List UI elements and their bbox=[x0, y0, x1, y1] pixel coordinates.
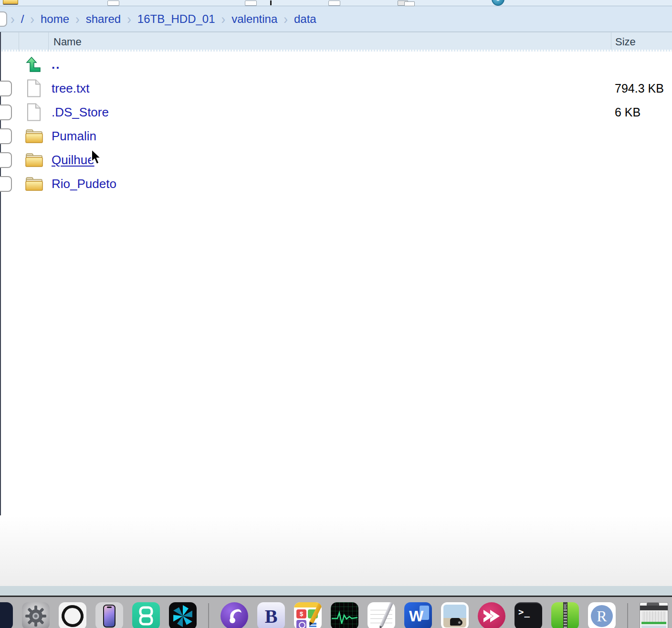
up-directory-icon bbox=[26, 56, 42, 73]
folder-icon bbox=[25, 128, 43, 144]
dock-divider bbox=[208, 603, 209, 628]
table-row-file[interactable]: tree.txt 794.3 KB bbox=[0, 76, 672, 100]
dock-planner-app-icon[interactable]: $ bbox=[294, 602, 322, 628]
breadcrumb-item-root[interactable]: / bbox=[21, 12, 24, 26]
toolbar-divider bbox=[270, 0, 272, 5]
dock-textedit-icon[interactable] bbox=[368, 602, 395, 628]
breadcrumb-item-valentina[interactable]: valentina bbox=[231, 12, 277, 26]
dock-iphone-mirroring-icon[interactable] bbox=[95, 602, 123, 628]
dock-activity-app-icon[interactable] bbox=[331, 602, 358, 628]
row-checkbox[interactable] bbox=[0, 176, 12, 192]
updir-link[interactable]: .. bbox=[52, 57, 60, 72]
dock-word-icon[interactable]: W bbox=[404, 602, 432, 628]
dock-rstudio-icon[interactable]: R bbox=[588, 602, 616, 628]
file-icon bbox=[27, 79, 41, 97]
chevron-separator-icon: › bbox=[30, 12, 34, 26]
row-checkbox[interactable] bbox=[0, 105, 12, 120]
toolbar-button-icon[interactable] bbox=[245, 0, 257, 6]
dock-terminal-icon[interactable]: >_ bbox=[514, 602, 542, 628]
file-link[interactable]: tree.txt bbox=[52, 81, 89, 95]
chevron-separator-icon: › bbox=[284, 12, 288, 26]
file-table: .. tree.txt 794.3 KB .DS_Store 6 KB bbox=[0, 52, 672, 196]
toolbar-button-icon[interactable] bbox=[107, 0, 119, 6]
dock-divider bbox=[627, 603, 628, 628]
file-link[interactable]: .DS_Store bbox=[52, 105, 109, 119]
chevron-separator-icon: › bbox=[10, 12, 15, 26]
dock-layers-app-icon[interactable] bbox=[132, 602, 160, 628]
toolbar-strip bbox=[0, 0, 672, 6]
header-checkbox-column bbox=[0, 32, 19, 52]
table-row-folder[interactable]: Pumalin bbox=[0, 124, 672, 148]
dock-preview-icon[interactable] bbox=[441, 602, 469, 628]
dock-purple-app-icon[interactable] bbox=[220, 602, 248, 628]
file-icon bbox=[27, 103, 41, 121]
toolbar-paste-icon[interactable] bbox=[398, 0, 417, 6]
table-row-folder[interactable]: Rio_Pudeto bbox=[0, 172, 672, 196]
file-size: 794.3 KB bbox=[611, 82, 672, 95]
toolbar-folder-icon[interactable] bbox=[3, 0, 18, 5]
folder-link[interactable]: Pumalin bbox=[52, 129, 96, 143]
table-row-updir[interactable]: .. bbox=[0, 52, 672, 76]
folder-icon bbox=[25, 176, 43, 191]
header-icon-column bbox=[19, 32, 49, 52]
dock-bbedit-icon[interactable]: B bbox=[257, 602, 285, 628]
mouse-cursor-icon bbox=[91, 149, 103, 168]
dock: B $ W bbox=[0, 597, 672, 628]
folder-icon bbox=[25, 152, 43, 167]
row-checkbox[interactable] bbox=[0, 128, 12, 144]
file-table-header: Name Size bbox=[0, 32, 672, 52]
table-row-file[interactable]: .DS_Store 6 KB bbox=[0, 100, 672, 124]
dock-chatgpt-icon[interactable] bbox=[59, 602, 86, 628]
dock-system-settings-icon[interactable] bbox=[22, 602, 50, 628]
breadcrumb-item-data[interactable]: data bbox=[294, 12, 316, 26]
dock-pinwheel-app-icon[interactable] bbox=[169, 602, 197, 628]
dock-minimized-document-icon[interactable] bbox=[640, 602, 668, 628]
breadcrumb-item-shared[interactable]: shared bbox=[86, 12, 121, 26]
folder-link[interactable]: Rio_Pudeto bbox=[52, 177, 116, 191]
chevron-separator-icon: › bbox=[127, 12, 131, 26]
file-size: 6 KB bbox=[611, 105, 672, 119]
header-size[interactable]: Size bbox=[611, 32, 672, 52]
breadcrumb-item-home[interactable]: home bbox=[41, 12, 69, 26]
dock-app-icon-partial[interactable] bbox=[0, 602, 13, 628]
chevron-separator-icon: › bbox=[221, 12, 226, 26]
content-bottom-fade bbox=[0, 515, 672, 586]
window-status-band bbox=[0, 586, 672, 596]
folder-link-hovered[interactable]: Quilhue bbox=[52, 153, 94, 167]
header-name[interactable]: Name bbox=[49, 32, 611, 52]
dock-unarchiver-icon[interactable] bbox=[551, 602, 579, 628]
toolbar-gear-icon[interactable] bbox=[492, 0, 504, 6]
breadcrumb-home-button[interactable] bbox=[0, 11, 7, 27]
breadcrumb-item-16tb-hdd-01[interactable]: 16TB_HDD_01 bbox=[137, 12, 215, 26]
chevron-separator-icon: › bbox=[75, 12, 80, 26]
row-checkbox[interactable] bbox=[0, 152, 12, 168]
row-checkbox[interactable] bbox=[0, 81, 12, 96]
breadcrumb: › / › home › shared › 16TB_HDD_01 › vale… bbox=[0, 6, 672, 32]
toolbar-button-icon[interactable] bbox=[328, 0, 340, 6]
dock-skitch-icon[interactable] bbox=[478, 602, 505, 628]
